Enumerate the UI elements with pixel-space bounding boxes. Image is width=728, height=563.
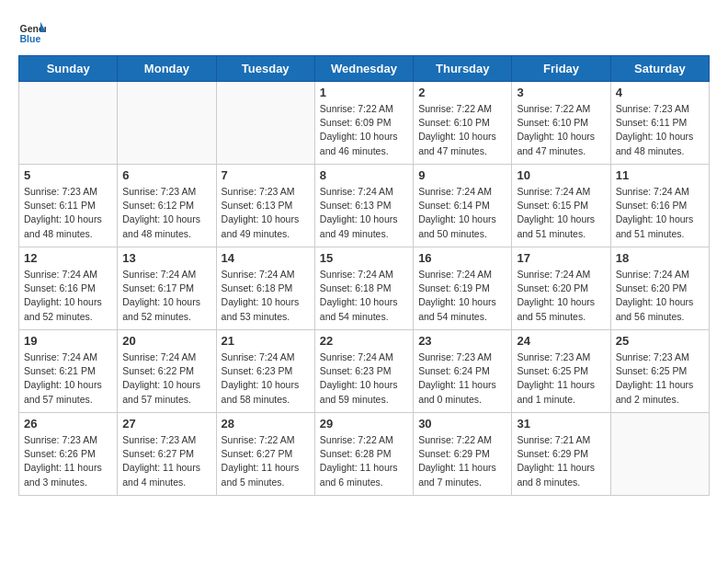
day-info: Sunrise: 7:23 AMSunset: 6:25 PMDaylight:… bbox=[517, 350, 605, 407]
day-info: Sunrise: 7:24 AMSunset: 6:23 PMDaylight:… bbox=[222, 350, 310, 407]
day-info: Sunrise: 7:24 AMSunset: 6:21 PMDaylight:… bbox=[24, 350, 112, 407]
day-number: 25 bbox=[616, 334, 704, 348]
day-info: Sunrise: 7:23 AMSunset: 6:26 PMDaylight:… bbox=[24, 433, 112, 489]
calendar-cell: 13Sunrise: 7:24 AMSunset: 6:17 PMDayligh… bbox=[118, 247, 216, 330]
day-header-sunday: Sunday bbox=[19, 56, 118, 82]
day-number: 23 bbox=[418, 334, 506, 348]
day-info: Sunrise: 7:22 AMSunset: 6:28 PMDaylight:… bbox=[320, 433, 408, 489]
calendar-cell: 10Sunrise: 7:24 AMSunset: 6:15 PMDayligh… bbox=[512, 165, 610, 247]
calendar-cell: 26Sunrise: 7:23 AMSunset: 6:26 PMDayligh… bbox=[19, 413, 118, 496]
day-info: Sunrise: 7:23 AMSunset: 6:13 PMDaylight:… bbox=[222, 185, 310, 241]
day-info: Sunrise: 7:22 AMSunset: 6:10 PMDaylight:… bbox=[418, 102, 506, 158]
logo-icon: General Blue bbox=[18, 18, 46, 46]
calendar-cell: 8Sunrise: 7:24 AMSunset: 6:13 PMDaylight… bbox=[314, 165, 413, 247]
day-header-monday: Monday bbox=[118, 56, 216, 82]
day-info: Sunrise: 7:21 AMSunset: 6:29 PMDaylight:… bbox=[517, 433, 605, 489]
day-info: Sunrise: 7:23 AMSunset: 6:11 PMDaylight:… bbox=[24, 185, 112, 241]
calendar-cell: 2Sunrise: 7:22 AMSunset: 6:10 PMDaylight… bbox=[414, 82, 512, 165]
calendar-cell: 27Sunrise: 7:23 AMSunset: 6:27 PMDayligh… bbox=[118, 413, 216, 496]
day-info: Sunrise: 7:22 AMSunset: 6:09 PMDaylight:… bbox=[320, 102, 408, 158]
calendar-cell: 6Sunrise: 7:23 AMSunset: 6:12 PMDaylight… bbox=[118, 165, 216, 247]
calendar-cell: 19Sunrise: 7:24 AMSunset: 6:21 PMDayligh… bbox=[19, 330, 118, 413]
day-number: 31 bbox=[517, 417, 605, 431]
day-info: Sunrise: 7:24 AMSunset: 6:16 PMDaylight:… bbox=[616, 185, 704, 241]
day-header-wednesday: Wednesday bbox=[314, 56, 413, 82]
day-info: Sunrise: 7:23 AMSunset: 6:12 PMDaylight:… bbox=[122, 185, 210, 241]
day-number: 3 bbox=[517, 86, 605, 99]
day-number: 8 bbox=[320, 168, 408, 182]
week-row-3: 12Sunrise: 7:24 AMSunset: 6:16 PMDayligh… bbox=[19, 247, 710, 330]
day-number: 16 bbox=[418, 251, 506, 265]
logo: General Blue bbox=[18, 18, 46, 46]
calendar-cell: 15Sunrise: 7:24 AMSunset: 6:18 PMDayligh… bbox=[314, 247, 413, 330]
calendar-cell: 20Sunrise: 7:24 AMSunset: 6:22 PMDayligh… bbox=[118, 330, 216, 413]
calendar-cell: 3Sunrise: 7:22 AMSunset: 6:10 PMDaylight… bbox=[512, 82, 610, 165]
day-info: Sunrise: 7:24 AMSunset: 6:14 PMDaylight:… bbox=[418, 185, 506, 241]
page-header: General Blue bbox=[18, 18, 710, 46]
calendar-cell bbox=[610, 413, 709, 496]
day-number: 26 bbox=[24, 417, 112, 431]
svg-text:Blue: Blue bbox=[20, 33, 41, 44]
day-info: Sunrise: 7:24 AMSunset: 6:17 PMDaylight:… bbox=[122, 268, 210, 324]
calendar-cell: 12Sunrise: 7:24 AMSunset: 6:16 PMDayligh… bbox=[19, 247, 118, 330]
day-number: 18 bbox=[616, 251, 704, 265]
calendar-cell: 23Sunrise: 7:23 AMSunset: 6:24 PMDayligh… bbox=[414, 330, 512, 413]
day-number: 13 bbox=[122, 251, 210, 265]
day-number: 19 bbox=[24, 334, 112, 348]
calendar-cell: 14Sunrise: 7:24 AMSunset: 6:18 PMDayligh… bbox=[216, 247, 314, 330]
calendar-cell bbox=[216, 82, 314, 165]
day-number: 22 bbox=[320, 334, 408, 348]
day-number: 12 bbox=[24, 251, 112, 265]
calendar-cell: 4Sunrise: 7:23 AMSunset: 6:11 PMDaylight… bbox=[610, 82, 709, 165]
calendar-cell: 29Sunrise: 7:22 AMSunset: 6:28 PMDayligh… bbox=[314, 413, 413, 496]
day-number: 7 bbox=[222, 168, 310, 182]
day-number: 10 bbox=[517, 168, 605, 182]
day-info: Sunrise: 7:23 AMSunset: 6:27 PMDaylight:… bbox=[122, 433, 210, 489]
day-number: 29 bbox=[320, 417, 408, 431]
day-number: 4 bbox=[616, 86, 704, 99]
day-number: 30 bbox=[418, 417, 506, 431]
day-header-friday: Friday bbox=[512, 56, 610, 82]
day-info: Sunrise: 7:22 AMSunset: 6:10 PMDaylight:… bbox=[517, 102, 605, 158]
calendar-header: SundayMondayTuesdayWednesdayThursdayFrid… bbox=[19, 56, 710, 82]
calendar-cell: 1Sunrise: 7:22 AMSunset: 6:09 PMDaylight… bbox=[314, 82, 413, 165]
calendar-cell bbox=[19, 82, 118, 165]
calendar-cell: 7Sunrise: 7:23 AMSunset: 6:13 PMDaylight… bbox=[216, 165, 314, 247]
calendar-cell: 16Sunrise: 7:24 AMSunset: 6:19 PMDayligh… bbox=[414, 247, 512, 330]
day-info: Sunrise: 7:24 AMSunset: 6:18 PMDaylight:… bbox=[320, 268, 408, 324]
day-info: Sunrise: 7:24 AMSunset: 6:23 PMDaylight:… bbox=[320, 350, 408, 407]
calendar-cell: 9Sunrise: 7:24 AMSunset: 6:14 PMDaylight… bbox=[414, 165, 512, 247]
calendar-cell: 11Sunrise: 7:24 AMSunset: 6:16 PMDayligh… bbox=[610, 165, 709, 247]
day-info: Sunrise: 7:24 AMSunset: 6:13 PMDaylight:… bbox=[320, 185, 408, 241]
calendar-cell: 22Sunrise: 7:24 AMSunset: 6:23 PMDayligh… bbox=[314, 330, 413, 413]
calendar-table: SundayMondayTuesdayWednesdayThursdayFrid… bbox=[18, 55, 710, 496]
day-info: Sunrise: 7:23 AMSunset: 6:24 PMDaylight:… bbox=[418, 350, 506, 407]
day-number: 9 bbox=[418, 168, 506, 182]
day-number: 21 bbox=[222, 334, 310, 348]
days-of-week-row: SundayMondayTuesdayWednesdayThursdayFrid… bbox=[19, 56, 710, 82]
day-info: Sunrise: 7:24 AMSunset: 6:20 PMDaylight:… bbox=[616, 268, 704, 324]
day-info: Sunrise: 7:24 AMSunset: 6:18 PMDaylight:… bbox=[222, 268, 310, 324]
day-number: 2 bbox=[418, 86, 506, 99]
day-header-saturday: Saturday bbox=[610, 56, 709, 82]
day-number: 28 bbox=[222, 417, 310, 431]
day-info: Sunrise: 7:22 AMSunset: 6:29 PMDaylight:… bbox=[418, 433, 506, 489]
day-header-tuesday: Tuesday bbox=[216, 56, 314, 82]
calendar-cell: 21Sunrise: 7:24 AMSunset: 6:23 PMDayligh… bbox=[216, 330, 314, 413]
day-info: Sunrise: 7:24 AMSunset: 6:19 PMDaylight:… bbox=[418, 268, 506, 324]
day-info: Sunrise: 7:22 AMSunset: 6:27 PMDaylight:… bbox=[222, 433, 310, 489]
calendar-cell: 5Sunrise: 7:23 AMSunset: 6:11 PMDaylight… bbox=[19, 165, 118, 247]
day-number: 20 bbox=[122, 334, 210, 348]
day-info: Sunrise: 7:24 AMSunset: 6:20 PMDaylight:… bbox=[517, 268, 605, 324]
calendar-body: 1Sunrise: 7:22 AMSunset: 6:09 PMDaylight… bbox=[19, 82, 710, 496]
day-header-thursday: Thursday bbox=[414, 56, 512, 82]
week-row-1: 1Sunrise: 7:22 AMSunset: 6:09 PMDaylight… bbox=[19, 82, 710, 165]
week-row-5: 26Sunrise: 7:23 AMSunset: 6:26 PMDayligh… bbox=[19, 413, 710, 496]
day-number: 27 bbox=[122, 417, 210, 431]
calendar-cell: 18Sunrise: 7:24 AMSunset: 6:20 PMDayligh… bbox=[610, 247, 709, 330]
day-number: 15 bbox=[320, 251, 408, 265]
day-info: Sunrise: 7:23 AMSunset: 6:25 PMDaylight:… bbox=[616, 350, 704, 407]
day-number: 17 bbox=[517, 251, 605, 265]
day-number: 14 bbox=[222, 251, 310, 265]
day-info: Sunrise: 7:23 AMSunset: 6:11 PMDaylight:… bbox=[616, 102, 704, 158]
